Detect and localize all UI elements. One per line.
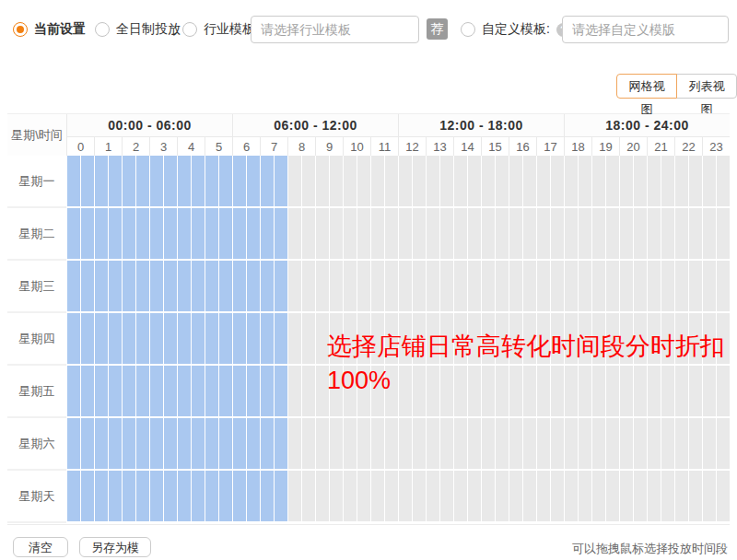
time-cell[interactable] — [205, 261, 218, 311]
time-cell[interactable] — [247, 366, 260, 416]
time-cell[interactable] — [219, 366, 232, 416]
time-cell[interactable] — [689, 261, 702, 311]
time-cell[interactable] — [219, 208, 232, 259]
time-cell[interactable] — [178, 261, 191, 311]
time-cell[interactable] — [288, 313, 301, 364]
time-cell[interactable] — [275, 366, 287, 416]
time-cell[interactable] — [717, 471, 730, 521]
time-cell[interactable] — [219, 261, 232, 311]
time-cell[interactable] — [592, 261, 605, 311]
time-cell[interactable] — [634, 261, 647, 311]
time-cell[interactable] — [302, 313, 315, 364]
time-cell[interactable] — [689, 156, 702, 206]
time-cell[interactable] — [95, 418, 108, 469]
time-cell[interactable] — [468, 418, 481, 469]
time-cell[interactable] — [109, 471, 122, 521]
time-cell[interactable] — [123, 208, 135, 259]
time-cell[interactable] — [551, 261, 564, 311]
time-cell[interactable] — [468, 208, 481, 259]
time-cell[interactable] — [67, 471, 80, 521]
time-cell[interactable] — [661, 208, 674, 259]
time-cell[interactable] — [136, 313, 149, 364]
time-cell[interactable] — [164, 261, 177, 311]
time-cell[interactable] — [496, 156, 509, 206]
time-cell[interactable] — [496, 208, 509, 259]
time-cell[interactable] — [634, 156, 647, 206]
time-cell[interactable] — [205, 313, 218, 364]
time-cell[interactable] — [537, 418, 550, 469]
time-cell[interactable] — [302, 208, 315, 259]
time-cell[interactable] — [275, 313, 287, 364]
time-cell[interactable] — [661, 261, 674, 311]
time-cell[interactable] — [703, 261, 716, 311]
time-cell[interactable] — [247, 156, 260, 206]
time-cell[interactable] — [551, 471, 564, 521]
time-cell[interactable] — [247, 313, 260, 364]
time-cell[interactable] — [233, 313, 246, 364]
clear-button[interactable]: 清空 — [13, 537, 68, 557]
time-cell[interactable] — [371, 418, 384, 469]
time-cell[interactable] — [95, 156, 108, 206]
time-cell[interactable] — [592, 208, 605, 259]
time-cell[interactable] — [316, 208, 329, 259]
time-cell[interactable] — [440, 418, 453, 469]
time-cell[interactable] — [399, 208, 412, 259]
time-cell[interactable] — [565, 208, 578, 259]
time-cell[interactable] — [233, 418, 246, 469]
time-cell[interactable] — [192, 208, 205, 259]
time-cell[interactable] — [302, 156, 315, 206]
time-cell[interactable] — [67, 261, 80, 311]
time-cell[interactable] — [136, 156, 149, 206]
time-cell[interactable] — [661, 418, 674, 469]
time-cell[interactable] — [261, 471, 274, 521]
time-cell[interactable] — [579, 471, 591, 521]
time-cell[interactable] — [468, 471, 481, 521]
time-cell[interactable] — [496, 418, 509, 469]
time-cell[interactable] — [261, 366, 274, 416]
time-cell[interactable] — [288, 208, 301, 259]
time-cell[interactable] — [606, 156, 619, 206]
time-cell[interactable] — [95, 313, 108, 364]
time-cell[interactable] — [606, 418, 619, 469]
time-cell[interactable] — [551, 418, 564, 469]
time-cell[interactable] — [371, 208, 384, 259]
time-cell[interactable] — [302, 366, 315, 416]
time-cell[interactable] — [344, 418, 357, 469]
time-cell[interactable] — [703, 208, 716, 259]
time-cell[interactable] — [109, 313, 122, 364]
time-cell[interactable] — [67, 418, 80, 469]
time-cell[interactable] — [233, 208, 246, 259]
time-cell[interactable] — [261, 208, 274, 259]
time-cell[interactable] — [717, 156, 730, 206]
time-cell[interactable] — [275, 418, 287, 469]
time-cell[interactable] — [205, 471, 218, 521]
time-cell[interactable] — [275, 471, 287, 521]
time-cell[interactable] — [219, 313, 232, 364]
time-cell[interactable] — [109, 261, 122, 311]
time-cell[interactable] — [523, 418, 536, 469]
time-cell[interactable] — [496, 261, 509, 311]
time-cell[interactable] — [150, 366, 163, 416]
time-cell[interactable] — [371, 156, 384, 206]
time-cell[interactable] — [192, 471, 205, 521]
time-cell[interactable] — [247, 418, 260, 469]
time-cell[interactable] — [579, 261, 591, 311]
time-cell[interactable] — [178, 418, 191, 469]
time-cell[interactable] — [95, 208, 108, 259]
time-cell[interactable] — [288, 471, 301, 521]
custom-template-input[interactable] — [562, 16, 729, 43]
time-cell[interactable] — [689, 418, 702, 469]
time-cell[interactable] — [136, 366, 149, 416]
time-cell[interactable] — [592, 418, 605, 469]
time-cell[interactable] — [247, 261, 260, 311]
time-cell[interactable] — [634, 208, 647, 259]
time-cell[interactable] — [81, 156, 94, 206]
time-cell[interactable] — [413, 261, 426, 311]
time-cell[interactable] — [316, 418, 329, 469]
radio-option-custom-template[interactable]: 自定义模板: ? — [461, 15, 570, 44]
time-cell[interactable] — [233, 156, 246, 206]
time-cell[interactable] — [233, 471, 246, 521]
time-cell[interactable] — [81, 471, 94, 521]
list-view-button[interactable]: 列表视图 — [676, 74, 737, 99]
time-cell[interactable] — [357, 208, 370, 259]
